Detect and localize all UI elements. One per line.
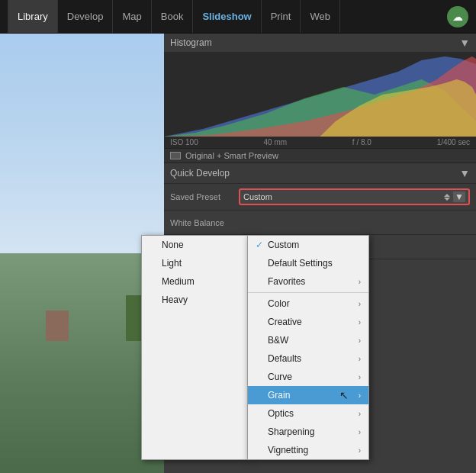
preview-label: Original + Smart Preview [185,151,278,160]
menu-default-settings-label: Default Settings [268,258,361,269]
grain-medium-label: Medium [162,276,240,287]
nav-develop[interactable]: Develop [58,0,114,33]
menu-default-settings-item[interactable]: Default Settings [248,254,368,272]
menu-color-item[interactable]: Color › [248,294,368,313]
photo-sky [0,34,164,275]
menu-vignetting-label: Vignetting [268,445,359,455]
menu-creative-label: Creative [268,317,359,327]
quick-develop-title: Quick Develop [170,168,230,179]
menu-color-label: Color [268,298,359,309]
quick-develop-collapse-icon[interactable]: ▼ [459,167,470,179]
favorites-chevron-icon: › [359,278,361,286]
arrow-up-icon [444,194,450,197]
photo-thumbnail [0,34,164,473]
menu-curve-item[interactable]: Curve › [248,368,368,386]
menu-vignetting-item[interactable]: Vignetting › [248,441,368,459]
sharpening-chevron-icon: › [359,428,361,436]
grain-none-label: None [162,240,240,250]
menu-bw-item[interactable]: B&W › [248,331,368,349]
grain-light-label: Light [162,258,240,269]
nav-slideshow[interactable]: Slideshow [193,0,261,33]
grain-chevron-icon: › [359,391,361,400]
nav-library[interactable]: Library [8,0,58,33]
dropdown-container: None Light Medium Heavy ✓ Custom Default… [141,235,369,460]
curve-chevron-icon: › [359,373,361,381]
grain-medium-item[interactable]: Medium [142,272,247,291]
photo-tree [126,295,141,341]
photo-panel [0,34,164,473]
menu-grain-item[interactable]: Grain ↖ › [248,386,368,404]
menu-optics-label: Optics [268,408,359,419]
nav-web[interactable]: Web [301,0,340,33]
color-chevron-icon: › [359,300,361,308]
menu-custom-item[interactable]: ✓ Custom [248,236,368,254]
preset-arrows [444,194,450,201]
grain-heavy-label: Heavy [162,294,240,305]
vignetting-chevron-icon: › [359,446,361,455]
menu-sharpening-label: Sharpening [268,426,359,437]
menu-curve-label: Curve [268,372,359,382]
menu-sharpening-item[interactable]: Sharpening › [248,423,368,441]
creative-chevron-icon: › [359,318,361,327]
saved-preset-label: Saved Preset [170,192,239,201]
menu-favorites-item[interactable]: Favorites › [248,272,368,291]
histogram-title: Histogram [170,37,212,48]
aperture: f / 8.0 [352,138,371,146]
arrow-down-icon [444,198,450,201]
white-balance-row: White Balance [164,211,476,235]
photo-building [46,311,69,341]
nav-map[interactable]: Map [113,0,151,33]
nav-book[interactable]: Book [152,0,194,33]
menu-divider-1 [248,292,368,293]
defaults-chevron-icon: › [359,355,361,363]
bw-chevron-icon: › [359,336,361,345]
menu-custom-label: Custom [268,240,361,250]
menu-defaults-item[interactable]: Defaults › [248,349,368,368]
shutter-speed: 1/400 sec [437,138,470,146]
saved-preset-dropdown[interactable]: Custom ▼ [239,188,470,205]
iso-value: ISO 100 [170,138,198,146]
saved-preset-row: Saved Preset Custom ▼ [164,184,476,211]
preset-caret-button[interactable]: ▼ [453,191,465,202]
white-balance-label: White Balance [170,218,239,227]
saved-preset-value: Custom [243,192,444,201]
histogram-collapse-icon[interactable]: ▼ [459,37,470,49]
preview-bar: Original + Smart Preview [164,148,476,163]
histogram-header: Histogram ▼ [164,34,476,53]
histogram-info: ISO 100 40 mm f / 8.0 1/400 sec [164,137,476,148]
grain-none-item[interactable]: None [142,236,247,254]
histogram-chart [164,53,476,137]
cloud-status-icon[interactable]: ☁ [447,6,468,27]
preview-icon [170,152,181,159]
focal-length: 40 mm [263,138,287,146]
menu-favorites-label: Favorites [268,276,359,287]
menu-defaults-label: Defaults [268,353,359,364]
top-nav: Library Develop Map Book Slideshow Print… [0,0,476,34]
nav-print[interactable]: Print [262,0,301,33]
grain-light-item[interactable]: Light [142,254,247,272]
quick-develop-header: Quick Develop ▼ [164,163,476,184]
optics-chevron-icon: › [359,410,361,418]
grain-heavy-item[interactable]: Heavy [142,291,247,309]
menu-creative-item[interactable]: Creative › [248,313,368,331]
menu-bw-label: B&W [268,335,359,346]
preset-menu: ✓ Custom Default Settings Favorites › Co… [247,235,369,460]
photo-ground [0,253,164,473]
grain-submenu: None Light Medium Heavy [141,235,248,460]
cursor-icon: ↖ [339,389,349,401]
menu-optics-item[interactable]: Optics › [248,404,368,423]
